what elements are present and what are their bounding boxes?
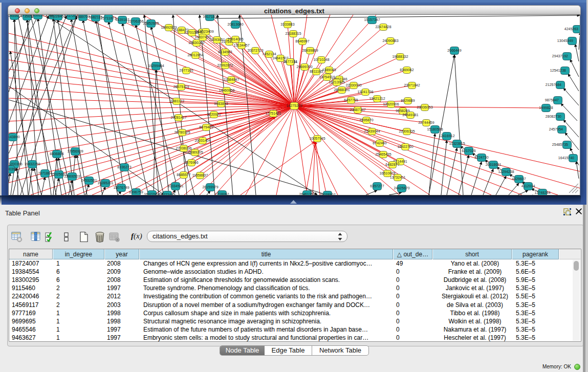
- svg-text:6357277: 6357277: [370, 184, 384, 188]
- svg-text:22306335: 22306335: [399, 129, 415, 133]
- svg-text:11558837: 11558837: [192, 173, 208, 177]
- svg-text:25485735: 25485735: [552, 143, 568, 146]
- svg-text:9875847: 9875847: [545, 98, 559, 102]
- svg-text:23487347: 23487347: [350, 108, 365, 112]
- svg-text:17751421: 17751421: [265, 112, 281, 115]
- svg-text:3677374: 3677374: [283, 60, 297, 63]
- svg-text:24532561: 24532561: [81, 179, 97, 182]
- svg-text:29914085: 29914085: [227, 37, 243, 41]
- svg-text:21439044: 21439044: [364, 129, 380, 133]
- svg-text:25852685: 25852685: [143, 21, 159, 25]
- svg-text:4389045: 4389045: [322, 68, 336, 72]
- svg-text:4245263: 4245263: [564, 27, 578, 31]
- svg-text:1839221: 1839221: [31, 15, 45, 17]
- svg-text:23971842: 23971842: [404, 83, 420, 87]
- svg-text:23706266: 23706266: [127, 19, 143, 23]
- svg-text:14460856: 14460856: [219, 89, 234, 92]
- svg-text:28575119: 28575119: [173, 85, 189, 89]
- svg-text:1890399: 1890399: [9, 167, 17, 171]
- svg-text:26780325: 26780325: [174, 130, 190, 134]
- svg-text:10057945: 10057945: [309, 137, 325, 140]
- svg-text:1999828: 1999828: [539, 106, 553, 110]
- svg-text:28082730: 28082730: [546, 115, 561, 118]
- svg-text:28159979: 28159979: [202, 185, 218, 189]
- svg-text:2077105: 2077105: [179, 69, 193, 72]
- svg-text:8134562: 8134562: [218, 50, 232, 54]
- svg-text:25711873: 25711873: [101, 16, 117, 20]
- svg-text:10228452: 10228452: [50, 15, 66, 18]
- svg-text:10323815: 10323815: [449, 142, 465, 145]
- svg-text:16415740: 16415740: [558, 156, 574, 160]
- svg-text:8029889: 8029889: [401, 99, 415, 102]
- svg-text:19523409: 19523409: [198, 30, 213, 33]
- svg-text:29437192: 29437192: [552, 54, 568, 58]
- svg-text:10710248: 10710248: [313, 58, 329, 61]
- svg-text:4112034: 4112034: [521, 184, 535, 188]
- svg-text:20031404: 20031404: [194, 139, 210, 142]
- svg-text:2876966: 2876966: [184, 161, 198, 164]
- svg-text:19285201: 19285201: [97, 181, 113, 185]
- svg-text:6742460: 6742460: [373, 141, 386, 145]
- svg-text:8685577: 8685577: [177, 173, 190, 177]
- svg-text:11584847: 11584847: [224, 78, 239, 81]
- svg-text:28988101: 28988101: [334, 88, 350, 92]
- svg-text:3395870: 3395870: [359, 118, 373, 122]
- svg-text:8646997: 8646997: [295, 39, 309, 43]
- svg-text:16213925: 16213925: [329, 80, 344, 84]
- svg-text:8806804: 8806804: [50, 152, 63, 156]
- svg-text:24549181: 24549181: [402, 113, 418, 117]
- svg-text:20813640: 20813640: [227, 23, 243, 26]
- svg-text:8336273: 8336273: [117, 165, 131, 169]
- svg-text:23188315: 23188315: [285, 32, 301, 35]
- svg-text:3917183: 3917183: [203, 15, 216, 18]
- svg-text:19299464: 19299464: [148, 64, 164, 68]
- svg-text:26461350: 26461350: [299, 192, 315, 195]
- svg-text:15180586: 15180586: [427, 127, 443, 131]
- svg-text:12541238: 12541238: [550, 69, 566, 72]
- svg-text:13134457: 13134457: [233, 43, 249, 47]
- svg-text:8079409: 8079409: [199, 125, 213, 129]
- svg-text:26618611: 26618611: [486, 163, 502, 166]
- svg-text:13045349: 13045349: [557, 39, 573, 42]
- svg-text:23936053: 23936053: [417, 105, 432, 109]
- svg-text:22474828: 22474828: [375, 25, 391, 29]
- svg-text:12294238: 12294238: [498, 170, 514, 173]
- svg-text:8396759: 8396759: [129, 190, 143, 194]
- svg-text:16072954: 16072954: [144, 192, 160, 195]
- svg-text:4429607: 4429607: [512, 177, 526, 181]
- svg-text:8224730: 8224730: [474, 156, 488, 159]
- svg-text:27038236: 27038236: [176, 146, 191, 150]
- svg-text:13421212: 13421212: [369, 97, 385, 100]
- svg-text:28038807: 28038807: [319, 193, 335, 195]
- svg-text:19688132: 19688132: [392, 55, 408, 58]
- svg-text:4143890: 4143890: [9, 135, 20, 139]
- svg-text:17956909: 17956909: [67, 149, 83, 153]
- svg-text:15157347: 15157347: [364, 18, 380, 21]
- svg-text:8369062: 8369062: [400, 68, 413, 72]
- svg-text:3220921: 3220921: [207, 113, 221, 116]
- svg-text:14275203: 14275203: [286, 104, 302, 107]
- svg-text:21200396: 21200396: [9, 162, 23, 166]
- svg-text:1218062: 1218062: [215, 192, 229, 195]
- svg-text:20772475: 20772475: [159, 193, 175, 195]
- svg-text:24641507: 24641507: [272, 56, 288, 60]
- svg-text:21257684: 21257684: [546, 83, 561, 86]
- svg-text:2066449: 2066449: [447, 49, 461, 52]
- svg-text:28830202: 28830202: [188, 41, 204, 45]
- svg-text:10334531: 10334531: [167, 184, 183, 188]
- svg-text:28012854: 28012854: [187, 53, 203, 57]
- svg-text:13748244: 13748244: [534, 191, 550, 194]
- svg-text:16510878: 16510878: [379, 171, 395, 175]
- svg-text:20372723: 20372723: [247, 49, 263, 52]
- svg-text:22744459: 22744459: [418, 121, 434, 124]
- svg-text:25089205: 25089205: [187, 150, 203, 154]
- svg-text:2457954: 2457954: [549, 127, 563, 131]
- svg-text:18922760: 18922760: [397, 145, 413, 148]
- svg-text:22992872: 22992872: [217, 63, 233, 67]
- svg-text:6482877: 6482877: [385, 163, 399, 166]
- svg-text:7671884: 7671884: [38, 171, 52, 175]
- svg-text:24425670: 24425670: [394, 186, 409, 190]
- svg-text:26939869: 26939869: [302, 49, 318, 52]
- svg-text:29281417: 29281417: [170, 116, 186, 119]
- svg-text:29699700: 29699700: [296, 65, 312, 69]
